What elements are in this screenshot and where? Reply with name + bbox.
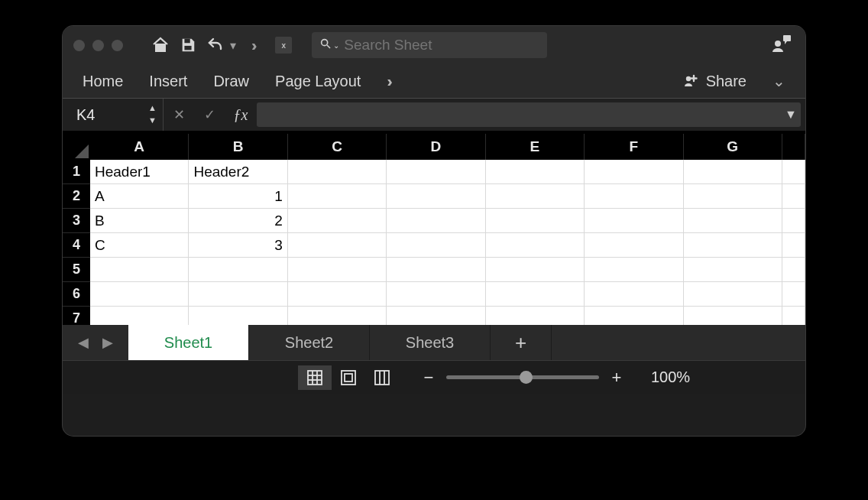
cell-E1[interactable] (486, 160, 585, 183)
confirm-formula-icon[interactable]: ✓ (194, 106, 225, 123)
cancel-formula-icon[interactable]: ✕ (164, 106, 194, 123)
toolbar-more-icon[interactable]: ›› (251, 37, 252, 54)
cell-overflow[interactable] (782, 307, 805, 325)
cell-D1[interactable] (387, 160, 485, 183)
row-header-4[interactable]: 4 (63, 233, 90, 258)
row-header-3[interactable]: 3 (63, 209, 90, 233)
row-header-1[interactable]: 1 (63, 160, 90, 184)
cell-D6[interactable] (387, 282, 485, 306)
home-icon[interactable] (149, 34, 172, 57)
sheet-tab-3[interactable]: Sheet3 (370, 325, 491, 360)
cell-C4[interactable] (288, 233, 387, 257)
cell-D2[interactable] (387, 184, 485, 208)
cell-B1[interactable]: Header2 (189, 160, 287, 183)
cell-D7[interactable] (387, 307, 485, 325)
cell-C5[interactable] (288, 258, 387, 281)
cell-overflow[interactable] (782, 233, 805, 257)
cell-A7[interactable] (90, 307, 189, 325)
zoom-slider-thumb[interactable] (520, 371, 533, 384)
col-header-E[interactable]: E (486, 134, 585, 160)
zoom-percent[interactable]: 100% (651, 369, 690, 386)
account-icon[interactable] (769, 34, 795, 56)
cell-B4[interactable]: 3 (189, 233, 287, 257)
cell-C1[interactable] (288, 160, 387, 183)
ribbon-more-icon[interactable]: ›› (387, 73, 387, 90)
cell-D3[interactable] (387, 209, 485, 232)
col-header-C[interactable]: C (288, 134, 387, 160)
tab-home[interactable]: Home (83, 73, 123, 90)
cell-E3[interactable] (486, 209, 585, 232)
cell-F4[interactable] (585, 233, 683, 257)
close-window-button[interactable] (73, 40, 85, 51)
cell-B3[interactable]: 2 (189, 209, 287, 232)
cell-A5[interactable] (90, 258, 189, 281)
cell-F3[interactable] (585, 209, 683, 232)
cell-G1[interactable] (684, 160, 782, 183)
row-header-7[interactable]: 7 (63, 307, 90, 325)
cell-E6[interactable] (486, 282, 585, 306)
cell-G2[interactable] (684, 184, 782, 208)
cell-C3[interactable] (288, 209, 387, 232)
zoom-out-button[interactable]: − (422, 368, 436, 388)
cell-overflow[interactable] (782, 160, 805, 183)
cell-C2[interactable] (288, 184, 387, 208)
zoom-in-button[interactable]: + (610, 368, 623, 388)
cell-D4[interactable] (387, 233, 485, 257)
cell-F7[interactable] (585, 307, 683, 325)
undo-dropdown-icon[interactable]: ▾ (230, 38, 236, 53)
sheet-tab-1[interactable]: Sheet1 (128, 325, 249, 360)
cell-C7[interactable] (288, 307, 387, 325)
fullscreen-window-button[interactable] (112, 40, 123, 51)
cell-overflow[interactable] (782, 184, 805, 208)
search-box[interactable]: ⌄ (312, 32, 547, 58)
view-page-layout-icon[interactable] (332, 365, 365, 390)
add-sheet-button[interactable]: + (491, 325, 552, 360)
cell-C6[interactable] (288, 282, 387, 306)
view-normal-icon[interactable] (298, 365, 332, 390)
row-header-5[interactable]: 5 (63, 258, 90, 282)
cell-B6[interactable] (189, 282, 287, 306)
col-header-F[interactable]: F (585, 134, 683, 160)
cell-F6[interactable] (585, 282, 683, 306)
cell-B5[interactable] (189, 258, 287, 281)
col-header-D[interactable]: D (387, 134, 485, 160)
search-input[interactable] (344, 37, 539, 54)
col-header-overflow[interactable] (782, 134, 805, 160)
sheet-nav-next-icon[interactable]: ▶ (102, 334, 113, 351)
cell-B2[interactable]: 1 (189, 184, 287, 208)
cell-overflow[interactable] (782, 282, 805, 306)
tab-draw[interactable]: Draw (213, 73, 249, 90)
cell-A3[interactable]: B (90, 209, 189, 232)
cell-F1[interactable] (585, 160, 683, 183)
select-all-corner[interactable] (63, 134, 90, 160)
name-box-stepper[interactable]: ▲▼ (148, 102, 157, 126)
cell-A1[interactable]: Header1 (90, 160, 189, 183)
cell-E5[interactable] (486, 258, 585, 281)
cell-F2[interactable] (585, 184, 683, 208)
col-header-A[interactable]: A (90, 134, 189, 160)
cell-overflow[interactable] (782, 258, 805, 281)
cell-A4[interactable]: C (90, 233, 189, 257)
row-header-6[interactable]: 6 (63, 282, 90, 307)
col-header-B[interactable]: B (189, 134, 287, 160)
sheet-tab-2[interactable]: Sheet2 (249, 325, 370, 360)
tab-page-layout[interactable]: Page Layout (275, 73, 361, 90)
cell-E4[interactable] (486, 233, 585, 257)
formula-input[interactable] (257, 102, 781, 127)
cell-G4[interactable] (684, 233, 782, 257)
cell-G3[interactable] (684, 209, 782, 232)
minimize-window-button[interactable] (92, 40, 104, 51)
cell-A6[interactable] (90, 282, 189, 306)
cell-F5[interactable] (585, 258, 683, 281)
view-page-break-icon[interactable] (365, 365, 399, 390)
undo-icon[interactable] (204, 34, 227, 57)
save-icon[interactable] (177, 34, 199, 57)
cells-area[interactable]: Header1 Header2 A 1 B 2 (90, 160, 805, 325)
sheet-nav-prev-icon[interactable]: ◀ (78, 334, 89, 351)
cell-D5[interactable] (387, 258, 485, 281)
cell-overflow[interactable] (782, 209, 805, 232)
share-dropdown-icon[interactable]: ⌄ (772, 72, 785, 90)
cell-G5[interactable] (684, 258, 782, 281)
row-header-2[interactable]: 2 (63, 184, 90, 209)
expand-formula-bar-icon[interactable]: ▼ (781, 102, 801, 127)
